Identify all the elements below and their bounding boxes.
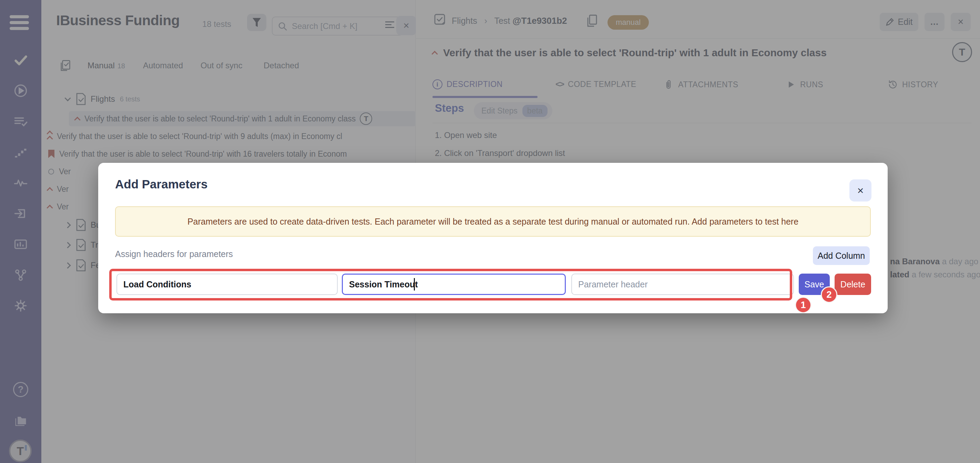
- delete-button[interactable]: Delete: [835, 274, 871, 295]
- assign-headers-label: Assign headers for parameters: [115, 249, 233, 259]
- modal-title: Add Parameters: [115, 177, 207, 191]
- close-icon: ×: [858, 184, 864, 197]
- add-parameters-modal: Add Parameters × Parameters are used to …: [98, 163, 888, 313]
- parameter-header-input-2-focused[interactable]: [342, 274, 566, 295]
- annotation-marker-2: 2: [821, 286, 837, 303]
- info-message: Parameters are used to create data-drive…: [115, 206, 871, 237]
- text-caret: [414, 278, 415, 291]
- parameter-header-input-1[interactable]: [116, 274, 338, 295]
- app-root: ? T IBusiness Funding 18 tests × Manual1…: [0, 0, 980, 463]
- modal-close-button[interactable]: ×: [850, 179, 872, 201]
- annotation-marker-1: 1: [795, 297, 811, 313]
- add-column-button[interactable]: Add Column: [813, 246, 870, 265]
- parameter-header-input-3[interactable]: [571, 274, 794, 295]
